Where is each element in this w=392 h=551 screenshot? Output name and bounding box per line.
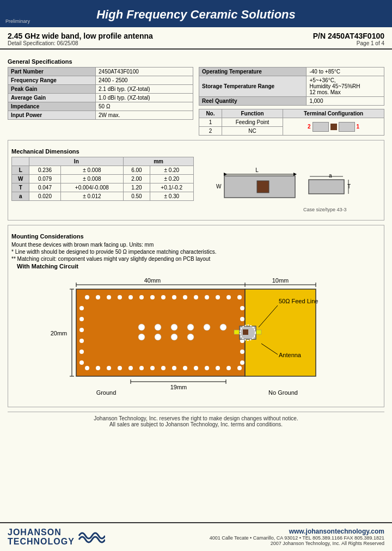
table-row: L0.236± 0.0086.00± 0.20 <box>12 166 194 175</box>
svg-point-46 <box>79 339 84 343</box>
mechanical-section: Mechanical Dimensions In mm L0.236± 0.00… <box>8 140 384 221</box>
svg-point-42 <box>237 366 242 370</box>
svg-point-30 <box>107 366 111 370</box>
company-footer: JOHANSON TECHNOLOGY www.johansontechnolo… <box>0 522 392 551</box>
svg-point-60 <box>220 324 226 330</box>
svg-point-16 <box>118 295 122 299</box>
svg-point-39 <box>205 366 209 370</box>
svg-point-28 <box>85 366 89 370</box>
svg-text:20mm: 20mm <box>51 330 68 336</box>
svg-text:Antenna: Antenna <box>279 352 302 358</box>
svg-point-33 <box>139 366 144 370</box>
svg-rect-5 <box>309 180 344 194</box>
mounting-note-3: ** Matching circuit: component values mi… <box>11 256 381 262</box>
svg-point-21 <box>172 295 176 299</box>
table-row: 1 Feeding Point 2 1 <box>199 118 384 127</box>
svg-point-56 <box>155 324 161 330</box>
table-header-row: In mm <box>12 157 194 166</box>
svg-point-45 <box>79 328 84 332</box>
table-row: Peak Gain2.1 dBi typ. (XZ-total) <box>8 85 193 94</box>
svg-point-49 <box>240 306 244 310</box>
svg-text:a: a <box>329 173 332 179</box>
header-title: High Frequency Ceramic Solutions <box>5 8 387 22</box>
svg-text:L: L <box>255 167 259 173</box>
mechanical-table-wrap: In mm L0.236± 0.0086.00± 0.20 W0.079± 0.… <box>11 157 194 217</box>
terminal-box <box>313 122 329 132</box>
mounting-section: Mounting Considerations Mount these devi… <box>8 225 384 407</box>
svg-text:T: T <box>347 183 351 189</box>
circuit-svg: 40mm 10mm 20mm 19mm <box>44 273 348 403</box>
svg-point-59 <box>204 324 210 330</box>
table-header-row: No. Function Terminal Configuration <box>199 109 384 118</box>
circuit-diagram: 40mm 10mm 20mm 19mm <box>11 273 381 403</box>
svg-point-20 <box>161 295 166 299</box>
part-number: P/N 2450AT43F0100 <box>313 32 384 40</box>
preliminary-label: Preliminary <box>5 19 30 24</box>
terminal-diagram: 2 1 <box>308 122 359 132</box>
table-row: Storage Temperature Range+5~+36°C,Humidi… <box>199 76 384 97</box>
matching-circuit-label: With Matching Circuit <box>17 263 381 270</box>
terminal-box-right <box>339 122 355 132</box>
svg-text:Case size/type 43-3: Case size/type 43-3 <box>303 207 347 212</box>
svg-point-27 <box>237 295 242 299</box>
svg-rect-1 <box>257 181 269 193</box>
svg-point-18 <box>139 295 144 299</box>
mechanical-header: Mechanical Dimensions <box>11 148 381 155</box>
mechanical-inner: In mm L0.236± 0.0086.00± 0.20 W0.079± 0.… <box>11 157 381 217</box>
specs-left: Part Number2450AT43F0100 Frequency Range… <box>8 67 193 136</box>
svg-rect-11 <box>76 289 245 376</box>
svg-point-32 <box>128 366 133 370</box>
table-row: Average Gain1.0 dBi typ. (XZ-total) <box>8 94 193 102</box>
company-website: www.johansontechnology.com <box>210 528 384 535</box>
product-title-area: 2.45 GHz wide band, low profile antenna … <box>0 27 392 50</box>
svg-point-43 <box>79 306 84 310</box>
footer-notes: Johanson Technology, Inc. reserves the r… <box>8 412 384 431</box>
table-row: Part Number2450AT43F0100 <box>8 68 193 76</box>
svg-text:10mm: 10mm <box>272 277 289 284</box>
specs-right: Operating Temperature-40 to +85°C Storag… <box>199 67 384 136</box>
svg-point-29 <box>96 366 100 370</box>
svg-point-23 <box>194 295 198 299</box>
svg-point-53 <box>240 350 244 354</box>
svg-point-50 <box>240 317 244 321</box>
svg-point-13 <box>85 295 89 299</box>
general-specs-header: General Specifications <box>8 58 384 65</box>
specs-right-table: Operating Temperature-40 to +85°C Storag… <box>199 67 384 106</box>
svg-point-22 <box>183 295 187 299</box>
terminal-config-table: No. Function Terminal Configuration 1 Fe… <box>199 109 384 136</box>
svg-text:W: W <box>216 183 222 189</box>
svg-point-55 <box>138 324 145 330</box>
svg-point-57 <box>171 324 177 330</box>
table-row: Impedance50 Ω <box>8 102 193 111</box>
table-row: Frequency Range2400 - 2500 <box>8 76 193 85</box>
company-name-line2: TECHNOLOGY <box>8 537 75 547</box>
detail-spec: Detail Specification: 06/25/08 <box>8 40 153 46</box>
mounting-header: Mounting Considerations <box>11 233 381 240</box>
svg-point-26 <box>226 295 231 299</box>
svg-point-37 <box>183 366 187 370</box>
svg-text:Ground: Ground <box>96 389 117 396</box>
main-content: General Specifications Part Number2450AT… <box>0 50 392 522</box>
company-right: www.johansontechnology.com 4001 Calle Te… <box>210 528 384 546</box>
mounting-note-1: Mount these devices with brown mark faci… <box>11 242 381 248</box>
table-row: Operating Temperature-40 to +85°C <box>199 68 384 76</box>
svg-point-40 <box>216 366 220 370</box>
page: High Frequency Ceramic Solutions Prelimi… <box>0 0 392 551</box>
svg-point-15 <box>107 295 111 299</box>
svg-point-19 <box>150 295 155 299</box>
svg-point-58 <box>187 324 194 330</box>
svg-point-38 <box>194 366 198 370</box>
specs-left-table: Part Number2450AT43F0100 Frequency Range… <box>8 67 193 120</box>
svg-point-62 <box>155 334 161 340</box>
page-number: Page 1 of 4 <box>313 40 384 46</box>
table-row: Input Power2W max. <box>8 111 193 120</box>
svg-rect-67 <box>243 329 248 335</box>
svg-point-17 <box>128 295 133 299</box>
svg-text:No Ground: No Ground <box>268 389 298 396</box>
svg-text:50Ω Feed Line: 50Ω Feed Line <box>279 298 318 304</box>
svg-point-24 <box>205 295 209 299</box>
table-row: Reel Quantity1,000 <box>199 97 384 106</box>
svg-point-25 <box>216 295 220 299</box>
svg-point-14 <box>96 295 100 299</box>
brown-square <box>330 124 337 130</box>
